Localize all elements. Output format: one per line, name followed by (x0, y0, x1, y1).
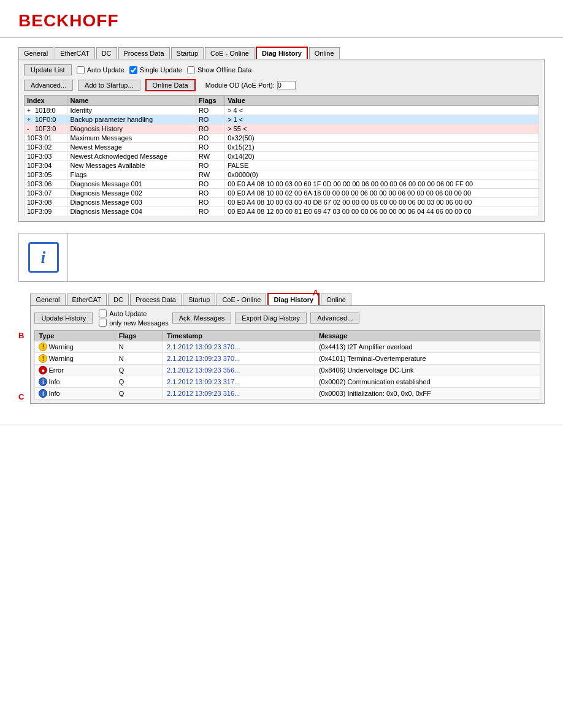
cell-flags: RO (196, 207, 224, 216)
cell-flags: RO (196, 124, 224, 134)
diag-type: iInfo (35, 388, 115, 400)
tab-online-1[interactable]: Online (309, 47, 340, 59)
table-row[interactable]: 10F3:01 Maximum Messages RO 0x32(50) (25, 134, 539, 143)
timestamp-link[interactable]: 2.1.2012 13:09:23 317... (167, 378, 240, 385)
timestamp-link[interactable]: 2.1.2012 13:09:23 316... (167, 390, 240, 397)
cell-value: > 1 < (225, 115, 539, 124)
diag-message: (0x4413) I2T Amplifier overload (315, 341, 540, 353)
single-update-checkbox[interactable] (129, 66, 137, 74)
tab-bar-2: General EtherCAT DC Process Data Startup… (30, 293, 545, 306)
diag-message: (0x0002) Communication established (315, 376, 540, 388)
table-row[interactable]: 10F3:04 New Messages Available RO FALSE (25, 161, 539, 170)
cell-name: Maximum Messages (67, 134, 196, 143)
diag-flags: Q (115, 376, 163, 388)
show-offline-checkbox[interactable] (187, 66, 195, 74)
table-row[interactable]: + 10F0:0 Backup parameter handling RO > … (25, 115, 539, 124)
diag-col-type: Type (35, 331, 115, 341)
advanced-button-2[interactable]: Advanced... (310, 313, 359, 324)
table-row[interactable]: - 10F3:0 Diagnosis History RO > 55 < (25, 124, 539, 134)
diag-timestamp: 2.1.2012 13:09:23 370... (163, 353, 315, 365)
diag-row[interactable]: !Warning N 2.1.2012 13:09:23 370... (0x4… (35, 353, 540, 365)
tab-coeonline-1[interactable]: CoE - Online (205, 47, 255, 59)
tab-diaghistory-2[interactable]: Diag History (267, 293, 320, 305)
footer-line (0, 425, 563, 425)
cell-flags: RO (196, 115, 224, 124)
update-history-button[interactable]: Update History (34, 313, 93, 324)
label-a: A (313, 288, 318, 297)
table-row[interactable]: 10F3:08 Diagnosis Message 003 RO 00 E0 A… (25, 198, 539, 207)
module-od-input[interactable] (277, 81, 296, 89)
table-row[interactable]: 10F3:02 Newest Message RO 0x15(21) (25, 143, 539, 152)
cell-index: 10F3:02 (25, 143, 67, 152)
timestamp-link[interactable]: 2.1.2012 13:09:23 370... (167, 343, 240, 351)
module-od-group: Module OD (AoE Port): (205, 81, 296, 89)
cell-value: 00 E0 A4 08 10 00 02 00 6A 18 00 00 00 0… (225, 189, 539, 198)
diag-row[interactable]: !Warning N 2.1.2012 13:09:23 370... (0x4… (35, 341, 540, 353)
tab-coeonline-2[interactable]: CoE - Online (216, 294, 266, 305)
diag-col-timestamp: Timestamp (163, 331, 315, 341)
auto-update2-group: Auto Update (99, 309, 169, 317)
cell-name: Flags (67, 170, 196, 180)
type-icon-warning: ! (39, 354, 47, 363)
timestamp-link[interactable]: 2.1.2012 13:09:23 356... (167, 366, 240, 374)
tab-general-2[interactable]: General (30, 294, 65, 305)
table-row[interactable]: 10F3:09 Diagnosis Message 004 RO 00 E0 A… (25, 207, 539, 216)
auto-update-label: Auto Update (87, 66, 124, 74)
table-row[interactable]: + 1018:0 Identity RO > 4 < (25, 106, 539, 115)
diag-timestamp: 2.1.2012 13:09:23 370... (163, 341, 315, 353)
expand-icon[interactable]: + (27, 116, 33, 123)
info-text (68, 233, 544, 281)
tab-online-2[interactable]: Online (321, 294, 351, 305)
tab-startup-1[interactable]: Startup (171, 47, 204, 59)
type-icon-info: i (39, 389, 47, 398)
online-data-button[interactable]: Online Data (145, 79, 196, 91)
tab-ethercat-1[interactable]: EtherCAT (55, 47, 94, 59)
tab-dc-2[interactable]: DC (108, 294, 129, 305)
diag-row[interactable]: ●Error Q 2.1.2012 13:09:23 356... (0x840… (35, 365, 540, 376)
expand-icon[interactable]: + (27, 107, 33, 114)
auto-update2-checkbox[interactable] (99, 309, 107, 317)
add-to-startup-button[interactable]: Add to Startup... (78, 80, 140, 91)
side-labels: B C (18, 293, 28, 401)
diag-row[interactable]: iInfo Q 2.1.2012 13:09:23 317... (0x0002… (35, 376, 540, 388)
cell-value: 0x15(21) (225, 143, 539, 152)
ack-messages-button[interactable]: Ack. Messages (172, 313, 232, 324)
tab-ethercat-2[interactable]: EtherCAT (67, 294, 107, 305)
cell-value: 00 E0 A4 08 12 00 00 81 E0 69 47 03 00 0… (225, 207, 539, 216)
single-update-label: Single Update (140, 66, 182, 74)
info-box: i (18, 233, 545, 282)
expand-icon[interactable]: - (27, 126, 33, 132)
advanced-button-1[interactable]: Advanced... (24, 80, 73, 91)
cell-flags: RO (196, 198, 224, 207)
cell-name: Diagnosis Message 003 (67, 198, 196, 207)
only-new-label: only new Messages (109, 319, 169, 327)
cell-index: 10F3:07 (25, 189, 67, 198)
update-list-button[interactable]: Update List (24, 64, 72, 75)
tab-dc-1[interactable]: DC (96, 47, 117, 59)
diag-row[interactable]: iInfo Q 2.1.2012 13:09:23 316... (0x0003… (35, 388, 540, 400)
timestamp-link[interactable]: 2.1.2012 13:09:23 370... (167, 355, 240, 362)
table-row[interactable]: 10F3:06 Diagnosis Message 001 RO 00 E0 A… (25, 180, 539, 189)
type-icon-error: ● (39, 366, 47, 374)
table-row[interactable]: 10F3:03 Newest Acknowledged Message RW 0… (25, 152, 539, 161)
tab-diaghistory-1[interactable]: Diag History (256, 47, 308, 59)
tab-processdata-1[interactable]: Process Data (118, 47, 170, 59)
export-diag-button[interactable]: Export Diag History (235, 313, 307, 324)
cell-index: 10F3:04 (25, 161, 67, 170)
table-row[interactable]: 10F3:05 Flags RW 0x0000(0) (25, 170, 539, 180)
diag-flags: Q (115, 388, 163, 400)
table-row[interactable]: 10F3:07 Diagnosis Message 002 RO 00 E0 A… (25, 189, 539, 198)
cell-value: 00 E0 A4 08 10 00 03 00 60 1F 0D 00 00 0… (225, 180, 539, 189)
info-icon: i (28, 242, 59, 273)
only-new-checkbox[interactable] (99, 319, 107, 327)
tab-general-1[interactable]: General (18, 47, 53, 59)
checkbox2-group: Auto Update only new Messages (99, 309, 169, 327)
section1: General EtherCAT DC Process Data Startup… (18, 47, 545, 222)
header: BECKHOFF (0, 0, 563, 38)
cell-value: FALSE (225, 161, 539, 170)
auto-update-checkbox[interactable] (77, 66, 85, 74)
tab-processdata-2[interactable]: Process Data (130, 294, 182, 305)
cell-flags: RO (196, 161, 224, 170)
cell-flags: RW (196, 152, 224, 161)
tab-startup-2[interactable]: Startup (183, 294, 215, 305)
